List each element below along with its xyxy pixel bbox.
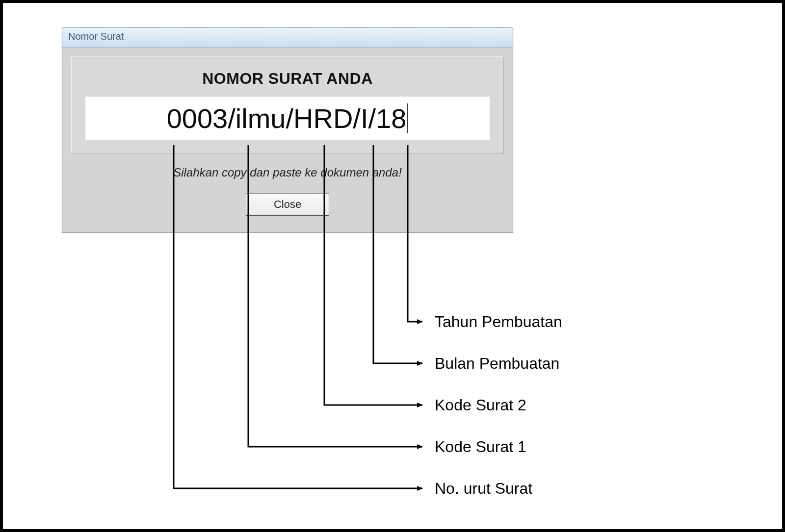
instruction-text: Silahkan copy dan paste ke dokumen anda! bbox=[71, 166, 504, 179]
panel-heading: NOMOR SURAT ANDA bbox=[85, 70, 490, 88]
dialog-title: Nomor Surat bbox=[68, 31, 124, 42]
label-kode-surat-1: Kode Surat 1 bbox=[435, 438, 526, 456]
dialog-titlebar[interactable]: Nomor Surat bbox=[62, 28, 513, 48]
text-cursor bbox=[407, 103, 408, 133]
close-button[interactable]: Close bbox=[246, 193, 329, 216]
dialog-body: NOMOR SURAT ANDA 0003/ilmu/HRD/I/18 Sila… bbox=[62, 48, 513, 232]
nomor-surat-value: 0003/ilmu/HRD/I/18 bbox=[167, 102, 407, 134]
diagram-frame: Nomor Surat NOMOR SURAT ANDA 0003/ilmu/H… bbox=[0, 0, 785, 532]
label-bulan-pembuatan: Bulan Pembuatan bbox=[435, 355, 559, 373]
label-kode-surat-2: Kode Surat 2 bbox=[435, 396, 526, 414]
label-tahun-pembuatan: Tahun Pembuatan bbox=[435, 313, 562, 331]
label-no-urut-surat: No. urut Surat bbox=[435, 480, 532, 498]
content-panel: NOMOR SURAT ANDA 0003/ilmu/HRD/I/18 bbox=[71, 56, 504, 154]
nomor-surat-dialog: Nomor Surat NOMOR SURAT ANDA 0003/ilmu/H… bbox=[62, 27, 513, 233]
nomor-surat-field[interactable]: 0003/ilmu/HRD/I/18 bbox=[85, 97, 490, 140]
